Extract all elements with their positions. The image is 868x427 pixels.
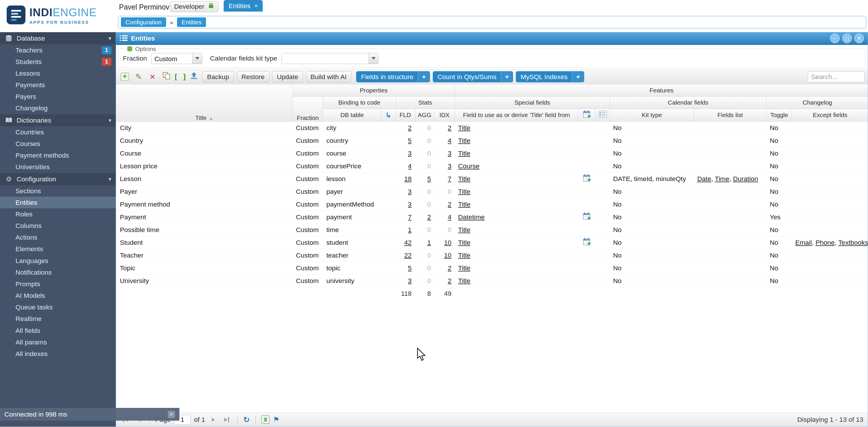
table-row[interactable]: Possible timeCustomtime100TitleNoNo (116, 223, 868, 236)
fld-link[interactable]: 1 (408, 226, 412, 233)
idx-link[interactable]: 2 (448, 277, 452, 284)
calendar-icon[interactable] (583, 239, 591, 247)
last-page-button[interactable] (222, 415, 231, 425)
title-field-link[interactable]: Title (458, 277, 470, 284)
idx-link[interactable]: 3 (448, 162, 452, 170)
field-link[interactable]: Date (697, 175, 711, 182)
sidebar-item-actions[interactable]: Actions (0, 232, 116, 243)
column-toggle[interactable]: Toggle (767, 109, 792, 121)
refresh-button[interactable]: ↻ (243, 415, 250, 424)
sidebar-item-elements[interactable]: Elements (0, 243, 116, 255)
table-row[interactable]: StudentCustomstudent42110TitleNoNoEmail,… (116, 236, 868, 249)
fld-link[interactable]: 18 (404, 175, 412, 182)
agg-link[interactable]: 5 (427, 175, 431, 182)
sidebar-item-all-indexes[interactable]: All indexes (0, 348, 116, 360)
calendar-icon[interactable] (578, 109, 596, 121)
calendar-icon[interactable] (583, 176, 591, 183)
tree-icon[interactable]: ↳ (381, 109, 396, 121)
fld-link[interactable]: 7 (408, 213, 412, 221)
column-except-fields[interactable]: Except fields (792, 109, 868, 121)
breadcrumb-item-entities[interactable]: Entities (177, 18, 206, 27)
fld-link[interactable]: 3 (408, 200, 412, 208)
fld-link[interactable]: 22 (404, 252, 412, 259)
plus-icon[interactable]: + (572, 72, 584, 82)
title-field-link[interactable]: Title (458, 188, 470, 195)
breadcrumb-item-configuration[interactable]: Configuration (121, 18, 166, 27)
sidebar-item-students[interactable]: Students1 (0, 56, 116, 67)
column-kit-type[interactable]: Kit type (610, 109, 694, 121)
calendar-icon[interactable] (583, 214, 591, 222)
flag-button[interactable]: ⚑ (273, 416, 279, 424)
idx-link[interactable]: 2 (448, 200, 452, 208)
tab-entities[interactable]: Entities × (224, 0, 263, 11)
title-field-link[interactable]: Title (458, 137, 470, 144)
title-field-link[interactable]: Course (458, 162, 479, 170)
excel-export-button[interactable]: X (261, 416, 270, 424)
table-row[interactable]: TeacherCustomteacher22010TitleNoNo (116, 249, 868, 262)
table-row[interactable]: CityCustomcity202TitleNoNo (116, 121, 868, 134)
idx-link[interactable]: 10 (444, 252, 452, 259)
plus-icon[interactable]: + (501, 72, 513, 82)
sidebar-item-languages[interactable]: Languages (0, 255, 116, 266)
upload-button[interactable] (188, 71, 199, 82)
sidebar-item-payment-methods[interactable]: Payment methods (0, 150, 116, 161)
sidebar-section-database[interactable]: Database▾ (0, 32, 116, 44)
sidebar-item-courses[interactable]: Courses (0, 138, 116, 149)
idx-link[interactable]: 2 (448, 124, 452, 132)
title-field-link[interactable]: Title (458, 200, 470, 208)
title-field-link[interactable]: Title (458, 175, 470, 182)
column-title[interactable]: Title▲ (116, 84, 292, 121)
fld-link[interactable]: 3 (408, 188, 412, 195)
idx-link[interactable]: 2 (448, 264, 452, 272)
column-special-field[interactable]: Field to use as or derive 'Title' field … (455, 109, 578, 121)
idx-link[interactable]: 4 (448, 213, 452, 221)
build-with-ai-button[interactable]: Build with AI (306, 71, 351, 82)
title-field-link[interactable]: Title (458, 124, 470, 132)
title-field-link[interactable]: Title (458, 226, 470, 233)
sidebar-item-countries[interactable]: Countries (0, 126, 116, 138)
plus-icon[interactable]: + (418, 72, 430, 82)
sidebar-item-lessons[interactable]: Lessons (0, 67, 116, 79)
role-button[interactable]: Developer (170, 1, 218, 12)
table-row[interactable]: Payment methodCustompaymentMethod302Titl… (116, 198, 868, 210)
code-brackets-button[interactable]: [ ] (175, 71, 186, 82)
table-row[interactable]: Lesson priceCustomcoursePrice403CourseNo… (116, 160, 868, 172)
idx-link[interactable]: 10 (444, 239, 452, 246)
column-fields-list[interactable]: Fields list (694, 109, 767, 121)
sidebar-item-notifications[interactable]: Notifications (0, 266, 116, 278)
fld-link[interactable]: 2 (408, 124, 412, 132)
sidebar-item-roles[interactable]: Roles (0, 208, 116, 220)
restore-button[interactable]: Restore (237, 71, 269, 82)
add-button[interactable]: + (119, 71, 130, 82)
backup-button[interactable]: Backup (202, 71, 234, 82)
column-fld[interactable]: FLD (396, 109, 415, 121)
close-button[interactable]: ✕ (855, 34, 864, 43)
except-field-link[interactable]: Email (795, 239, 812, 246)
table-row[interactable]: CourseCustomcourse303TitleNoNo (116, 147, 868, 160)
sidebar-section-dictionaries[interactable]: Dictionaries▾ (0, 114, 116, 126)
column-idx[interactable]: IDX (434, 109, 455, 121)
idx-link[interactable]: 3 (448, 149, 452, 157)
next-page-button[interactable] (208, 415, 218, 425)
tab-close-icon[interactable]: × (254, 2, 258, 9)
title-field-link[interactable]: Title (458, 252, 470, 259)
sidebar-item-sections[interactable]: Sections (0, 185, 116, 197)
list-icon[interactable] (596, 109, 610, 121)
idx-link[interactable]: 4 (448, 137, 452, 144)
search-input[interactable] (808, 71, 864, 82)
maximize-button[interactable]: ◻ (842, 34, 852, 43)
title-field-link[interactable]: Datetime (458, 213, 485, 221)
sidebar-item-all-fields[interactable]: All fields (0, 325, 116, 336)
toast-close-icon[interactable]: × (168, 411, 175, 418)
sidebar-item-entities[interactable]: Entities (0, 197, 116, 208)
fld-link[interactable]: 4 (408, 162, 412, 170)
column-agg[interactable]: AGG (415, 109, 434, 121)
field-link[interactable]: Time (715, 175, 730, 182)
sidebar-item-columns[interactable]: Columns (0, 220, 116, 231)
table-row[interactable]: LessonCustomlesson1857TitleDATE, timeId,… (116, 172, 868, 185)
agg-link[interactable]: 2 (427, 213, 431, 221)
fld-link[interactable]: 5 (408, 137, 412, 144)
sidebar-item-queue-tasks[interactable]: Queue tasks (0, 302, 116, 313)
title-field-link[interactable]: Title (458, 149, 470, 157)
except-field-link[interactable]: Textbooks (838, 239, 868, 246)
